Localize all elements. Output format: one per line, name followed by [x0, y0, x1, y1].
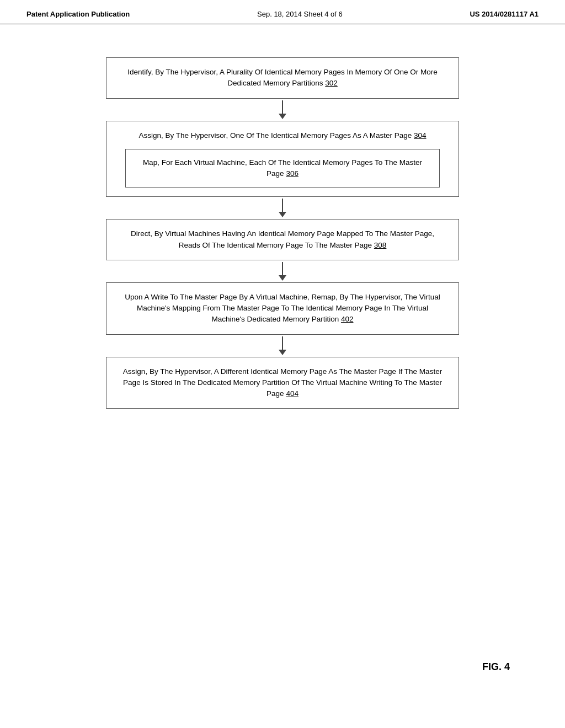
arrow-4-line	[282, 336, 283, 350]
box-308-ref: 308	[374, 241, 387, 249]
box-308-text: Direct, By Virtual Machines Having An Id…	[131, 229, 434, 249]
box-304-text: Assign, By The Hypervisor, One Of The Id…	[138, 131, 414, 140]
page-header: Patent Application Publication Sep. 18, …	[0, 0, 565, 24]
main-content: Identify, By The Hypervisor, A Plurality…	[0, 24, 565, 431]
header-center: Sep. 18, 2014 Sheet 4 of 6	[257, 10, 343, 18]
arrow-2-line	[282, 199, 283, 212]
arrow-3-line	[282, 262, 283, 275]
arrow-1-line	[282, 100, 283, 114]
box-306-inner: Map, For Each Virtual Machine, Each Of T…	[125, 149, 440, 188]
header-right: US 2014/0281117 A1	[470, 10, 539, 18]
box-404: Assign, By The Hypervisor, A Different I…	[106, 357, 459, 409]
arrow-1-head	[279, 114, 286, 119]
arrow-4	[279, 335, 286, 357]
box-306-ref: 306	[286, 169, 299, 178]
box-304-title: Assign, By The Hypervisor, One Of The Id…	[120, 130, 445, 141]
arrow-2-head	[279, 212, 286, 217]
arrow-2	[279, 197, 286, 219]
box-306-text: Map, For Each Virtual Machine, Each Of T…	[143, 158, 422, 178]
header-left: Patent Application Publication	[26, 10, 130, 18]
box-302: Identify, By The Hypervisor, A Plurality…	[106, 57, 459, 99]
arrow-4-head	[279, 350, 286, 355]
box-302-text: Identify, By The Hypervisor, A Plurality…	[127, 68, 437, 87]
box-304-ref: 304	[414, 131, 427, 140]
box-402: Upon A Write To The Master Page By A Vir…	[106, 282, 459, 335]
box-302-ref: 302	[325, 79, 338, 87]
box-304-outer: Assign, By The Hypervisor, One Of The Id…	[106, 121, 459, 197]
arrow-3-head	[279, 275, 286, 281]
arrow-3	[279, 260, 286, 282]
flowchart: Identify, By The Hypervisor, A Plurality…	[106, 57, 459, 409]
box-308: Direct, By Virtual Machines Having An Id…	[106, 219, 459, 260]
box-404-text: Assign, By The Hypervisor, A Different I…	[123, 367, 442, 398]
box-402-text: Upon A Write To The Master Page By A Vir…	[125, 293, 440, 324]
arrow-1	[279, 99, 286, 121]
fig-label: FIG. 4	[482, 661, 510, 673]
box-402-ref: 402	[341, 315, 354, 323]
box-404-ref: 404	[286, 389, 299, 398]
